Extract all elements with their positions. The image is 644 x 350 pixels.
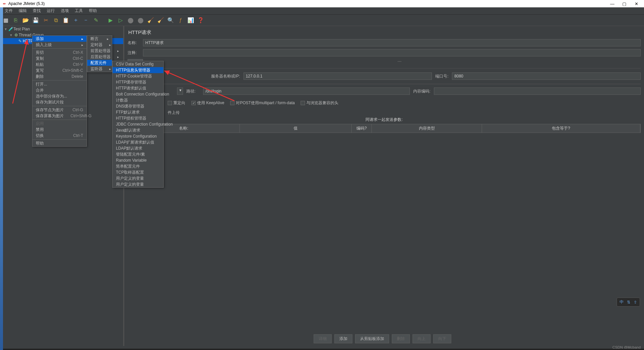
- ctx2-item[interactable]: 定时器▸: [87, 42, 112, 48]
- float-icon-b[interactable]: ⇅: [627, 300, 630, 305]
- remove-icon[interactable]: －: [82, 17, 90, 24]
- menu-help[interactable]: 帮助: [86, 7, 100, 15]
- paste-icon[interactable]: 📋: [62, 17, 69, 24]
- ctx1-item[interactable]: 合并: [32, 87, 87, 93]
- ctx3-item[interactable]: TCP取样器配置: [113, 169, 163, 175]
- ctx3-item[interactable]: CSV Data Set Config: [113, 61, 163, 67]
- menu-file[interactable]: 文件: [2, 7, 15, 15]
- encoding-input[interactable]: [434, 88, 641, 95]
- menu-edit[interactable]: 编辑: [16, 7, 29, 15]
- ctx3-item[interactable]: 登陆配置元件/素: [113, 151, 163, 157]
- ctx3-item[interactable]: Java默认请求: [113, 127, 163, 133]
- help-icon[interactable]: ❓: [197, 17, 204, 24]
- port-input[interactable]: [452, 72, 641, 80]
- shutdown-icon[interactable]: ⬤: [137, 17, 144, 24]
- ctx3-item[interactable]: 用户定义的变量: [113, 181, 163, 187]
- start-icon[interactable]: ▶: [107, 17, 114, 24]
- ctx1-item[interactable]: 粘贴Ctrl-V: [32, 61, 87, 67]
- redirect-checkbox[interactable]: 重定向: [168, 100, 185, 106]
- ctx1-item[interactable]: 启用: [32, 121, 87, 127]
- ctx2-item[interactable]: 监听器▸: [87, 66, 112, 72]
- ctx1-item[interactable]: 打开...: [32, 81, 87, 87]
- ctx1-item[interactable]: 插入上级▸: [32, 42, 87, 48]
- ctx2-item[interactable]: 断言▸: [87, 36, 112, 42]
- templates-icon[interactable]: ⎘: [12, 17, 19, 24]
- upload-tab-label[interactable]: 件上传: [128, 110, 641, 116]
- name-input[interactable]: [143, 39, 641, 46]
- clear-icon[interactable]: 🧹: [147, 17, 154, 24]
- ctx1-item[interactable]: 选中部分保存为...: [32, 93, 87, 99]
- report-icon[interactable]: 📊: [187, 17, 194, 24]
- menu-search[interactable]: 查找: [30, 7, 43, 15]
- ctx1-item[interactable]: 添加▸: [32, 36, 87, 42]
- comment-input[interactable]: [143, 49, 641, 56]
- minimize-button[interactable]: —: [610, 1, 615, 6]
- tree-testplan[interactable]: ▾🧪 Test Plan: [0, 26, 123, 32]
- ctx1-item[interactable]: 保存节点为图片Ctrl-G: [32, 107, 87, 113]
- col-include[interactable]: 包含等于?: [482, 124, 640, 133]
- ctx1-item[interactable]: 保存为测试片段: [32, 99, 87, 105]
- ctx3-item[interactable]: Random Variable: [113, 157, 163, 163]
- ctx3-item[interactable]: HTTP Cookie管理器: [113, 73, 163, 79]
- add-icon[interactable]: ＋: [72, 17, 79, 24]
- ctx2-item[interactable]: 前置处理器▸: [87, 48, 112, 54]
- menu-run[interactable]: 运行: [44, 7, 57, 15]
- open-icon[interactable]: 📂: [22, 17, 29, 24]
- path-input[interactable]: [203, 88, 410, 95]
- ctx3-item[interactable]: HTTP授权管理器: [113, 115, 163, 121]
- ctx3-item[interactable]: HTTP信息头管理器: [113, 67, 163, 73]
- col-encode[interactable]: 编码?: [352, 124, 372, 133]
- clipboard-button[interactable]: 从剪贴板添加: [355, 334, 389, 343]
- ctx3-item[interactable]: 计数器: [113, 97, 163, 103]
- ctx3-item[interactable]: HTTP请求默认值: [113, 85, 163, 91]
- delete-button[interactable]: 删除: [392, 334, 410, 343]
- ctx1-item[interactable]: 删除Delete: [32, 73, 87, 79]
- search-icon[interactable]: 🔍: [167, 17, 174, 24]
- menu-options[interactable]: 选项: [58, 7, 71, 15]
- ctx3-item[interactable]: Bolt Connection Configuration: [113, 91, 163, 97]
- ctx3-item[interactable]: LDAP扩展请求默认值: [113, 139, 163, 145]
- keepalive-checkbox[interactable]: ✓使用 KeepAlive: [191, 100, 224, 106]
- clearall-icon[interactable]: 🧹: [157, 17, 164, 24]
- ctx2-item[interactable]: 配置元件▸: [87, 60, 112, 66]
- col-ctype[interactable]: 内容类型: [372, 124, 482, 133]
- menu-tools[interactable]: 工具: [72, 7, 86, 15]
- float-icon-a[interactable]: 中: [620, 299, 624, 305]
- ctx1-item[interactable]: 复写Ctrl+Shift-C: [32, 67, 87, 73]
- down-button[interactable]: 向下: [433, 334, 451, 343]
- float-icon-c[interactable]: ⇧: [634, 300, 637, 305]
- up-button[interactable]: 向上: [413, 334, 431, 343]
- ctx3-item[interactable]: HTTP缓存管理器: [113, 79, 163, 85]
- ctx3-item[interactable]: DNS缓存管理器: [113, 103, 163, 109]
- ctx1-item[interactable]: 帮助: [32, 140, 87, 146]
- new-icon[interactable]: ▦: [2, 17, 9, 24]
- ctx1-item[interactable]: 切换Ctrl-T: [32, 133, 87, 139]
- ctx3-item[interactable]: FTP默认请求: [113, 109, 163, 115]
- wand-icon[interactable]: ✎: [92, 17, 100, 24]
- cut-icon[interactable]: ✂: [42, 17, 49, 24]
- detail-button[interactable]: 详细: [314, 334, 332, 343]
- col-value[interactable]: 值: [240, 124, 352, 133]
- ctx1-item[interactable]: 禁用: [32, 127, 87, 133]
- server-input[interactable]: [244, 72, 432, 80]
- maximize-button[interactable]: ▢: [622, 1, 627, 6]
- ctx3-item[interactable]: 用户定义的变量: [113, 175, 163, 181]
- copy-icon[interactable]: ⧉: [52, 17, 59, 24]
- multipart-checkbox[interactable]: 对POST使用multipart / form-data: [230, 100, 295, 106]
- save-icon[interactable]: 💾: [32, 17, 39, 24]
- start-notimers-icon[interactable]: ▷: [117, 17, 124, 24]
- ctx2-item[interactable]: 后置处理器▸: [87, 54, 112, 60]
- ctx1-item[interactable]: 保存屏幕为图片Ctrl+Shift-G: [32, 113, 87, 119]
- add-button[interactable]: 添加: [334, 334, 352, 343]
- ctx3-item[interactable]: Keystore Configuration: [113, 133, 163, 139]
- ctx3-item[interactable]: JDBC Connection Configuration: [113, 121, 163, 127]
- function-icon[interactable]: ƒ: [177, 17, 184, 24]
- ctx3-item[interactable]: LDAP默认请求: [113, 145, 163, 151]
- ctx3-item[interactable]: 简单配置元件: [113, 163, 163, 169]
- ctx1-item[interactable]: 复制Ctrl-C: [32, 55, 87, 61]
- float-toolbar[interactable]: 中 ⇅ ⇧: [617, 298, 640, 307]
- stop-icon[interactable]: ⬤: [127, 17, 134, 24]
- method-dropdown-caret[interactable]: ▾: [177, 88, 183, 95]
- ctx1-item[interactable]: 剪切Ctrl-X: [32, 49, 87, 55]
- browser-checkbox[interactable]: 与浏览器兼容的头: [301, 100, 338, 106]
